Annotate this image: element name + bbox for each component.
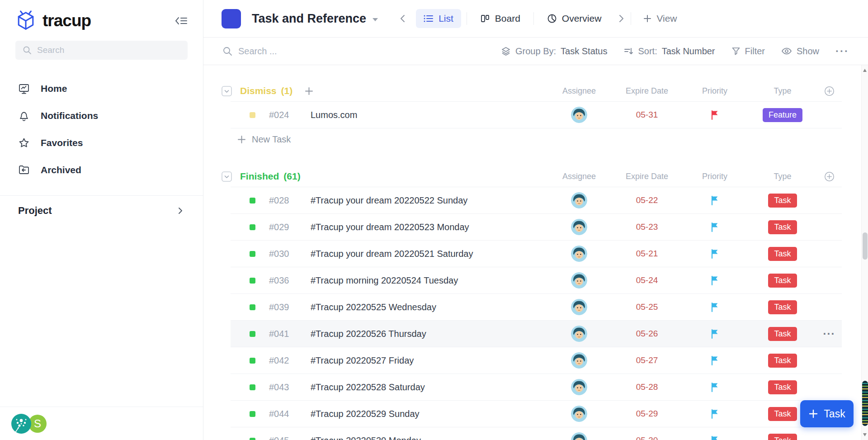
extension-dots-icon[interactable] xyxy=(11,413,32,434)
type-badge[interactable]: Task xyxy=(768,380,797,394)
scroll-up-arrow-icon[interactable] xyxy=(863,69,867,72)
task-search-input[interactable] xyxy=(238,46,374,57)
expire-date[interactable]: 05-25 xyxy=(613,302,681,312)
column-header-expire-date[interactable]: Expire Date xyxy=(613,86,681,96)
type-badge[interactable]: Task xyxy=(768,434,797,440)
assignee-avatar[interactable] xyxy=(545,299,613,315)
task-title[interactable]: Lumos.com xyxy=(311,110,545,120)
task-row[interactable]: #045#Tracup 20220530 Monday05-30Task xyxy=(231,427,842,440)
expire-date[interactable]: 05-22 xyxy=(613,195,681,205)
task-row[interactable]: #044#Tracup 20220529 Sunday05-29Task xyxy=(231,401,842,427)
tabs-scroll-right-icon[interactable] xyxy=(617,14,625,24)
group-add-task-icon[interactable] xyxy=(304,86,314,96)
priority-flag-icon[interactable] xyxy=(681,329,749,339)
type-cell[interactable]: Task xyxy=(749,194,816,208)
priority-flag-icon[interactable] xyxy=(681,110,749,120)
sidebar-item-notifications[interactable]: Notifications xyxy=(0,102,203,129)
task-row[interactable]: #042#Tracup 20220527 Friday05-27Task xyxy=(231,347,842,374)
group-name[interactable]: Dismiss xyxy=(240,85,277,96)
task-row[interactable]: #024Lumos.com05-31Feature xyxy=(231,102,842,128)
priority-flag-icon[interactable] xyxy=(681,249,749,259)
type-badge[interactable]: Task xyxy=(768,327,797,341)
type-cell[interactable]: Task xyxy=(749,327,816,341)
tab-overview[interactable]: Overview xyxy=(539,9,609,28)
column-header-priority[interactable]: Priority xyxy=(681,86,749,96)
task-row[interactable]: #029#Tracup your dream 20220523 Monday05… xyxy=(231,214,842,241)
task-row[interactable]: #039#Tracup 20220525 Wednesday05-25Task xyxy=(231,294,842,321)
task-search[interactable] xyxy=(222,46,501,57)
sort-control[interactable]: Sort: Task Number xyxy=(623,46,715,57)
type-badge[interactable]: Task xyxy=(768,300,797,314)
assignee-avatar[interactable] xyxy=(545,192,613,208)
sidebar-item-project[interactable]: Project xyxy=(0,196,203,226)
row-more-icon[interactable]: ··· xyxy=(816,327,842,340)
priority-flag-icon[interactable] xyxy=(681,275,749,286)
assignee-avatar[interactable] xyxy=(545,406,613,422)
new-task-button[interactable]: New Task xyxy=(231,128,842,151)
column-header-type[interactable]: Type xyxy=(749,172,816,181)
more-options-icon[interactable]: ··· xyxy=(835,45,849,57)
priority-flag-icon[interactable] xyxy=(681,409,749,419)
type-badge[interactable]: Task xyxy=(768,220,797,234)
priority-flag-icon[interactable] xyxy=(681,355,749,366)
task-title[interactable]: #Tracup 20220526 Thursday xyxy=(311,329,545,339)
scrollbar-thumb[interactable] xyxy=(863,232,868,260)
task-row[interactable]: #028#Tracup your dream 20220522 Sunday05… xyxy=(231,187,842,214)
assignee-avatar[interactable] xyxy=(545,352,613,369)
expire-date[interactable]: 05-21 xyxy=(613,249,681,259)
assignee-avatar[interactable] xyxy=(545,432,613,440)
type-cell[interactable]: Task xyxy=(749,220,816,234)
type-cell[interactable]: Task xyxy=(749,300,816,314)
group-collapse-checkbox-icon[interactable] xyxy=(222,171,232,182)
type-badge[interactable]: Task xyxy=(768,274,797,288)
add-column-icon[interactable] xyxy=(816,86,842,96)
sidebar-search-input[interactable] xyxy=(37,45,180,55)
task-title[interactable]: #Tracup your dream 20220521 Saturday xyxy=(311,249,545,259)
group-by-control[interactable]: Group By: Task Status xyxy=(501,46,607,57)
column-header-type[interactable]: Type xyxy=(749,86,816,96)
column-header-priority[interactable]: Priority xyxy=(681,172,749,181)
task-row[interactable]: #030#Tracup your dream 20220521 Saturday… xyxy=(231,241,842,267)
vertical-scrollbar[interactable] xyxy=(861,65,868,440)
scroll-down-arrow-icon[interactable] xyxy=(863,433,867,436)
type-cell[interactable]: Task xyxy=(749,380,816,394)
type-badge[interactable]: Task xyxy=(768,194,797,208)
column-header-assignee[interactable]: Assignee xyxy=(545,86,613,96)
task-title[interactable]: #Tracup 20220527 Friday xyxy=(311,355,545,366)
expire-date[interactable]: 05-28 xyxy=(613,382,681,392)
assignee-avatar[interactable] xyxy=(545,246,613,262)
type-cell[interactable]: Task xyxy=(749,274,816,288)
tabs-scroll-left-icon[interactable] xyxy=(399,14,407,24)
expire-date[interactable]: 05-26 xyxy=(613,329,681,339)
task-title[interactable]: #Tracup your dream 20220523 Monday xyxy=(311,222,545,232)
task-row[interactable]: #043#Tracup 20220528 Saturday05-28Task xyxy=(231,374,842,401)
sidebar-item-favorites[interactable]: Favorites xyxy=(0,129,203,156)
priority-flag-icon[interactable] xyxy=(681,302,749,312)
tab-list[interactable]: List xyxy=(416,9,461,28)
tab-board[interactable]: Board xyxy=(472,9,528,28)
sidebar-search[interactable] xyxy=(15,41,188,60)
title-dropdown-caret-icon[interactable] xyxy=(373,18,378,21)
type-cell[interactable]: Task xyxy=(749,434,816,440)
expire-date[interactable]: 05-29 xyxy=(613,409,681,419)
expire-date[interactable]: 05-23 xyxy=(613,222,681,232)
priority-flag-icon[interactable] xyxy=(681,382,749,393)
type-cell[interactable]: Task xyxy=(749,354,816,368)
type-cell[interactable]: Task xyxy=(749,247,816,261)
assignee-avatar[interactable] xyxy=(545,107,613,123)
assignee-avatar[interactable] xyxy=(545,379,613,395)
assignee-avatar[interactable] xyxy=(545,326,613,342)
column-header-expire-date[interactable]: Expire Date xyxy=(613,172,681,181)
expire-date[interactable]: 05-24 xyxy=(613,275,681,285)
assignee-avatar[interactable] xyxy=(545,219,613,235)
sidebar-item-archived[interactable]: Archived xyxy=(0,156,203,184)
type-badge[interactable]: Feature xyxy=(763,108,802,122)
group-collapse-checkbox-icon[interactable] xyxy=(222,86,232,96)
sidebar-item-home[interactable]: Home xyxy=(0,75,203,102)
show-control[interactable]: Show xyxy=(781,46,819,57)
expire-date[interactable]: 05-30 xyxy=(613,435,681,440)
group-name[interactable]: Finished xyxy=(240,171,279,182)
type-badge[interactable]: Task xyxy=(768,354,797,368)
type-badge[interactable]: Task xyxy=(768,247,797,261)
task-row[interactable]: #036#Tracup morning 20220524 Tuesday05-2… xyxy=(231,267,842,294)
